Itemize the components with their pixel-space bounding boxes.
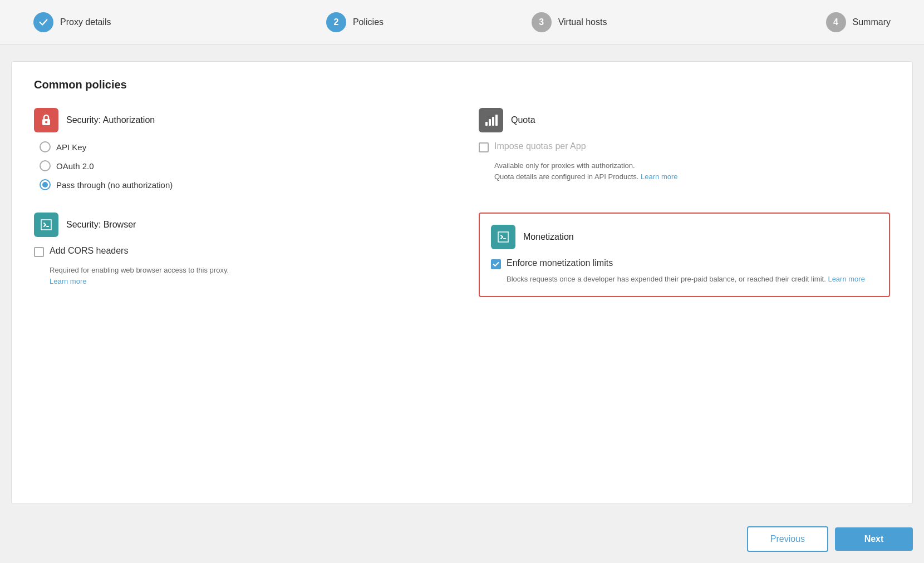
step-circle-summary: 4: [826, 12, 846, 32]
radio-dot-passthrough: [42, 182, 48, 187]
cors-learn-more[interactable]: Learn more: [50, 277, 86, 285]
step-summary[interactable]: 4 Summary: [676, 12, 891, 32]
quota-header: Quota: [479, 108, 890, 132]
cors-checkbox-item: Add CORS headers: [34, 246, 445, 257]
radio-label-passthrough: Pass through (no authorization): [56, 180, 173, 190]
radio-oauth2[interactable]: OAuth 2.0: [40, 160, 445, 171]
step-virtual-hosts[interactable]: 3 Virtual hosts: [462, 12, 676, 32]
monetization-section: Monetization Enforce monetization limits…: [479, 213, 890, 297]
step-label-virtual-hosts: Virtual hosts: [558, 17, 607, 27]
step-label-summary: Summary: [853, 17, 891, 27]
radio-circle-api-key: [40, 141, 51, 152]
monetization-learn-more[interactable]: Learn more: [828, 275, 864, 283]
next-button[interactable]: Next: [835, 527, 913, 551]
main-content: Common policies Security: Authorization: [0, 45, 924, 515]
cors-checkbox[interactable]: [34, 247, 44, 257]
security-auth-icon: [34, 108, 58, 132]
monetization-icon: [491, 225, 515, 249]
monetization-checkbox-item: Enforce monetization limits: [491, 258, 878, 269]
svg-rect-5: [495, 115, 498, 126]
radio-circle-oauth2: [40, 160, 51, 171]
quota-desc: Available only for proxies with authoriz…: [494, 160, 890, 182]
quota-learn-more[interactable]: Learn more: [641, 172, 677, 181]
cors-checkbox-label: Add CORS headers: [50, 246, 128, 256]
step-circle-policies: 2: [326, 12, 346, 32]
cors-desc: Required for enabling web browser access…: [50, 265, 445, 287]
security-browser-section: Security: Browser Add CORS headers Requi…: [34, 213, 445, 297]
policy-grid: Security: Authorization API Key OAuth 2.…: [34, 108, 890, 297]
svg-rect-3: [489, 119, 491, 126]
security-browser-icon: [34, 213, 58, 237]
card-title: Common policies: [34, 78, 890, 91]
security-auth-title: Security: Authorization: [66, 115, 155, 125]
svg-point-1: [45, 121, 47, 124]
radio-label-api-key: API Key: [56, 142, 86, 152]
step-circle-proxy-details: [33, 12, 53, 32]
stepper: Proxy details 2 Policies 3 Virtual hosts…: [0, 0, 924, 45]
quota-icon: [479, 108, 503, 132]
quota-checkbox-item: Impose quotas per App: [479, 141, 890, 152]
radio-api-key[interactable]: API Key: [40, 141, 445, 152]
radio-circle-passthrough: [40, 179, 51, 190]
monetization-title: Monetization: [523, 232, 574, 242]
monetization-desc: Blocks requests once a developer has exp…: [507, 274, 878, 285]
footer: Previous Next: [0, 515, 924, 563]
svg-rect-2: [485, 122, 488, 126]
step-circle-virtual-hosts: 3: [532, 12, 552, 32]
radio-group-auth: API Key OAuth 2.0 Pass through (no autho…: [40, 141, 445, 190]
security-auth-header: Security: Authorization: [34, 108, 445, 132]
step-policies[interactable]: 2 Policies: [248, 12, 462, 32]
monetization-checkbox[interactable]: [491, 259, 501, 269]
quota-checkbox-label: Impose quotas per App: [494, 141, 586, 151]
svg-rect-4: [492, 117, 494, 126]
previous-button[interactable]: Previous: [747, 526, 828, 552]
quota-title: Quota: [511, 115, 535, 125]
security-auth-section: Security: Authorization API Key OAuth 2.…: [34, 108, 445, 190]
quota-checkbox[interactable]: [479, 142, 489, 152]
monetization-checkbox-label: Enforce monetization limits: [507, 258, 613, 268]
quota-section: Quota Impose quotas per App Available on…: [479, 108, 890, 190]
radio-passthrough[interactable]: Pass through (no authorization): [40, 179, 445, 190]
step-label-proxy-details: Proxy details: [60, 17, 111, 27]
step-proxy-details[interactable]: Proxy details: [33, 12, 248, 32]
security-browser-title: Security: Browser: [66, 220, 136, 230]
radio-label-oauth2: OAuth 2.0: [56, 161, 94, 171]
monetization-header: Monetization: [491, 225, 878, 249]
security-browser-header: Security: Browser: [34, 213, 445, 237]
policy-card: Common policies Security: Authorization: [11, 61, 913, 504]
step-label-policies: Policies: [353, 17, 384, 27]
monetization-box: Monetization Enforce monetization limits…: [479, 213, 890, 297]
